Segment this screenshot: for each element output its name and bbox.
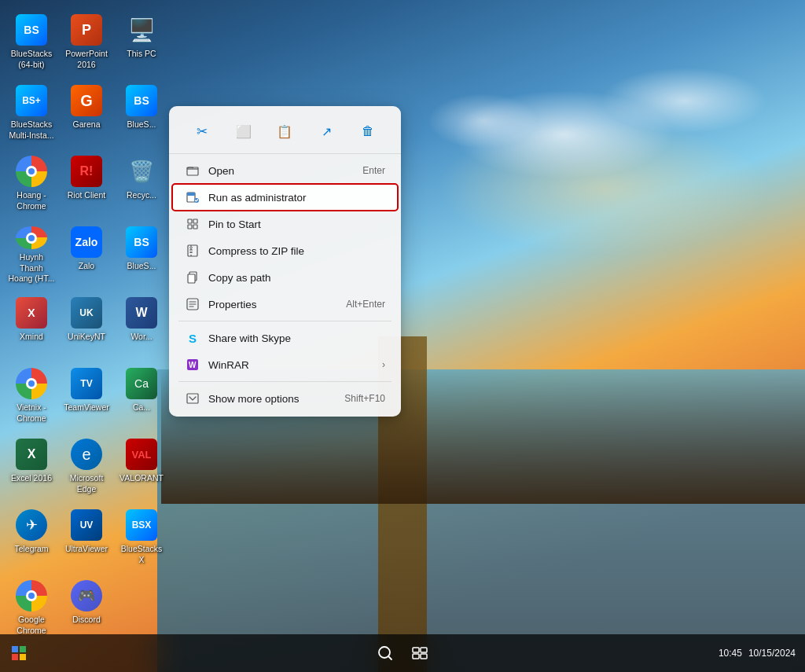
pin-to-start-icon <box>185 216 200 232</box>
bluestacks-multi-icon: BS+ <box>16 85 47 116</box>
open-shortcut: Enter <box>362 165 385 176</box>
more-options-shortcut: Shift+F10 <box>344 393 385 404</box>
run-as-admin-icon <box>185 189 200 205</box>
desktop-icon-telegram[interactable]: ✈ Telegram <box>4 503 59 574</box>
taskbar-center <box>369 637 436 669</box>
vietnix-label: Vietnix -Chrome <box>17 402 46 424</box>
taskbar-time: 10:45 <box>719 648 742 659</box>
share-button[interactable]: ↗ <box>312 117 340 145</box>
desktop-icons-grid: BS BlueStacks(64-bit) P PowerPoint2016 🖥… <box>0 0 165 672</box>
powerpoint-label: PowerPoint2016 <box>65 49 108 70</box>
context-menu-item-properties[interactable]: Properties Alt+Enter <box>172 291 398 318</box>
vietnix-icon <box>16 368 47 399</box>
properties-label: Properties <box>208 299 333 310</box>
context-menu-icon-bar: ✂ ⬜ 📋 ↗ 🗑 <box>169 111 401 154</box>
delete-button[interactable]: 🗑 <box>354 117 382 145</box>
context-menu-separator-1 <box>178 321 391 321</box>
bluestacksx-label: BlueStacks X <box>117 544 166 565</box>
context-menu: ✂ ⬜ 📋 ↗ 🗑 Open <box>169 106 401 417</box>
taskbar-left <box>0 634 38 672</box>
desktop-icon-xmind[interactable]: X Xmind <box>4 291 59 362</box>
share-icon: ↗ <box>322 124 332 139</box>
delete-icon: 🗑 <box>362 124 374 138</box>
unikey-icon: UK <box>71 297 102 329</box>
desktop-icon-ca[interactable]: Ca Ca... <box>114 362 169 432</box>
zalo-label: Zalo <box>79 261 94 272</box>
taskbar: 10:45 10/15/2024 <box>0 634 805 672</box>
desktop-icon-bluestacksx[interactable]: BSX BlueStacks X <box>114 503 169 574</box>
ca-icon: Ca <box>126 368 157 399</box>
thispc-icon: 🖥️ <box>126 14 157 46</box>
svg-rect-5 <box>193 219 197 223</box>
desktop-icon-recycle[interactable]: 🗑️ Recyc... <box>114 149 169 220</box>
taskbar-search[interactable] <box>369 637 401 669</box>
pin-to-start-label: Pin to Start <box>208 218 385 230</box>
taskbar-taskview[interactable] <box>404 637 436 669</box>
desktop-icon-unikey[interactable]: UK UniKeyNT <box>59 291 114 362</box>
desktop-icon-garena[interactable]: G Garena <box>59 79 114 149</box>
desktop-icon-bluestacks3[interactable]: BS BlueS... <box>114 220 169 291</box>
desktop-icon-vietnix[interactable]: Vietnix -Chrome <box>4 362 59 432</box>
context-menu-item-winrar[interactable]: W WinRAR › <box>172 351 398 378</box>
teamviewer-label: TeamViewer <box>64 402 109 413</box>
desktop-icon-valorant[interactable]: VAL VALORANT <box>114 432 169 503</box>
copy-button[interactable]: ⬜ <box>230 117 258 145</box>
winrar-icon: W <box>185 357 200 373</box>
hoang-chrome-label: Hoang -Chrome <box>17 190 46 211</box>
desktop-icon-bluestacks[interactable]: BS BlueStacks(64-bit) <box>4 8 59 79</box>
desktop-icon-bluestacks-multi[interactable]: BS+ BlueStacksMulti-Insta... <box>4 79 59 149</box>
context-menu-item-run-as-admin[interactable]: Run as administrator <box>172 184 398 211</box>
context-menu-item-pin-start[interactable]: Pin to Start <box>172 211 398 237</box>
properties-shortcut: Alt+Enter <box>346 299 385 310</box>
cut-icon: ✂ <box>197 123 208 140</box>
more-options-icon <box>185 391 200 406</box>
skype-icon: S <box>185 330 200 346</box>
recycle-icon: 🗑️ <box>126 156 157 187</box>
edge-label: MicrosoftEdge <box>70 473 104 494</box>
svg-rect-17 <box>12 654 18 660</box>
desktop: BS BlueStacks(64-bit) P PowerPoint2016 🖥… <box>0 0 805 672</box>
word-label: Wor... <box>130 332 152 343</box>
desktop-icon-edge[interactable]: e MicrosoftEdge <box>59 432 114 503</box>
svg-rect-22 <box>413 654 419 659</box>
more-options-label: Show more options <box>208 393 332 405</box>
desktop-icon-thispc[interactable]: 🖥️ This PC <box>114 8 169 79</box>
zalo-icon: Zalo <box>71 226 102 258</box>
context-menu-item-compress-zip[interactable]: Compress to ZIP file <box>172 237 398 264</box>
context-menu-separator-2 <box>178 381 391 382</box>
svg-text:W: W <box>189 361 197 369</box>
desktop-icon-hoang-chrome[interactable]: Hoang -Chrome <box>4 149 59 220</box>
open-label: Open <box>208 165 350 177</box>
start-button[interactable] <box>0 634 38 672</box>
discord-label: Discord <box>72 615 101 626</box>
taskbar-right: 10:45 10/15/2024 <box>719 648 796 659</box>
context-menu-item-open[interactable]: Open Enter <box>172 157 398 184</box>
desktop-icon-word[interactable]: W Wor... <box>114 291 169 362</box>
desktop-icon-powerpoint[interactable]: P PowerPoint2016 <box>59 8 114 79</box>
word-icon: W <box>126 297 157 329</box>
teamviewer-icon: TV <box>71 368 102 399</box>
paste-button[interactable]: 📋 <box>270 117 299 145</box>
ultraviewer-icon: UV <box>71 509 102 541</box>
bluestacks3-icon: BS <box>126 226 157 258</box>
desktop-icon-teamviewer[interactable]: TV TeamViewer <box>59 362 114 432</box>
desktop-icon-riot[interactable]: R! Riot Client <box>59 149 114 220</box>
svg-rect-2 <box>187 193 195 196</box>
edge-icon: e <box>71 439 102 470</box>
desktop-icon-bluestacks2[interactable]: BS BlueS... <box>114 79 169 149</box>
desktop-icon-excel[interactable]: X Excel 2016 <box>4 432 59 503</box>
copy-as-path-icon <box>185 270 200 285</box>
context-menu-item-skype[interactable]: S Share with Skype <box>172 325 398 351</box>
desktop-icon-ultraviewer[interactable]: UV UltraViewer <box>59 503 114 574</box>
cut-button[interactable]: ✂ <box>188 117 216 145</box>
riot-label: Riot Client <box>68 190 105 201</box>
googlechrome-icon <box>16 580 47 611</box>
excel-icon: X <box>16 439 47 470</box>
context-menu-item-copy-path[interactable]: Copy as path <box>172 264 398 291</box>
svg-rect-16 <box>20 646 26 652</box>
telegram-icon: ✈ <box>16 509 47 541</box>
desktop-icon-zalo[interactable]: Zalo Zalo <box>59 220 114 291</box>
desktop-icon-huynh[interactable]: Huynh ThanhHoang (HT... <box>4 220 59 291</box>
context-menu-item-more-options[interactable]: Show more options Shift+F10 <box>172 385 398 412</box>
ultraviewer-label: UltraViewer <box>65 544 108 555</box>
